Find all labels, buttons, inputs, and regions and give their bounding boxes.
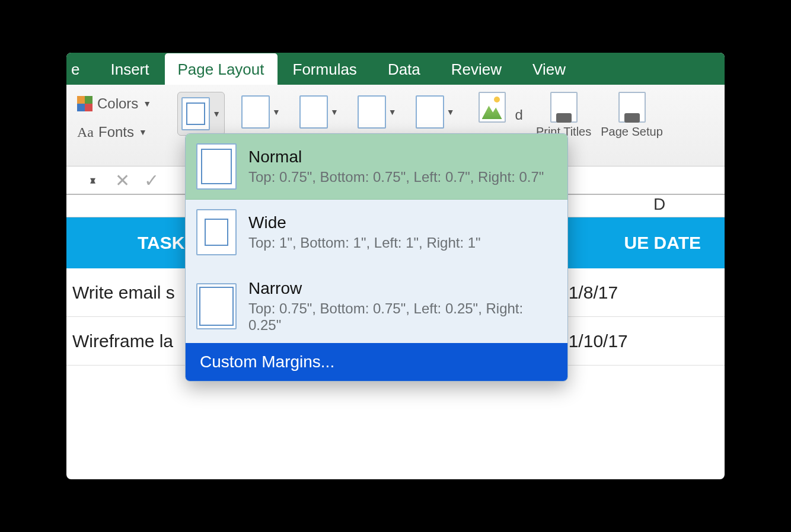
tab-page-layout[interactable]: Page Layout [165, 53, 278, 85]
breaks-button[interactable]: ▼ [413, 92, 457, 132]
page-setup-button[interactable]: Page Setup [601, 92, 663, 138]
size-icon [299, 95, 328, 129]
margin-normal-title: Normal [248, 148, 544, 166]
dropdown-caret-icon: ▼ [388, 107, 397, 117]
print-area-icon [358, 95, 386, 129]
orientation-icon [241, 95, 270, 129]
margin-wide-detail: Top: 1", Bottom: 1", Left: 1", Right: 1" [248, 235, 481, 251]
print-titles-button[interactable]: Print Titles [536, 92, 591, 138]
cancel-icon[interactable]: ✕ [115, 170, 130, 191]
col-d[interactable]: D [594, 195, 725, 217]
fonts-button[interactable]: Aa Fonts ▼ [77, 124, 151, 140]
partial-label: d [515, 107, 523, 123]
margin-wide-icon [196, 209, 237, 255]
tab-insert[interactable]: Insert [95, 55, 164, 85]
orientation-button[interactable]: ▼ [239, 92, 283, 132]
dropdown-caret-icon: ▼ [446, 107, 455, 117]
dropdown-caret-icon: ▼ [143, 99, 151, 108]
margin-narrow-detail: Top: 0.75", Bottom: 0.75", Left: 0.25", … [248, 300, 557, 334]
dropdown-caret-icon: ▼ [272, 107, 280, 117]
margins-icon [181, 97, 210, 130]
margin-option-normal[interactable]: Normal Top: 0.75", Bottom: 0.75", Left: … [186, 134, 567, 200]
margin-normal-icon [196, 143, 237, 190]
margin-normal-detail: Top: 0.75", Bottom: 0.75", Left: 0.7", R… [248, 169, 544, 185]
margin-wide-title: Wide [248, 213, 481, 232]
ribbon-tabs: e Insert Page Layout Formulas Data Revie… [66, 53, 725, 85]
print-titles-icon [550, 92, 578, 123]
size-button[interactable]: ▼ [297, 92, 341, 132]
background-button[interactable] [479, 92, 506, 138]
cell-date[interactable]: 11/8/17 [559, 283, 725, 303]
custom-margins-button[interactable]: Custom Margins... [186, 343, 567, 381]
page-setup-icon [618, 92, 646, 123]
tab-formulas[interactable]: Formulas [278, 55, 372, 85]
picture-icon [479, 92, 506, 123]
page-setup-label: Page Setup [601, 125, 663, 138]
colors-button[interactable]: Colors ▼ [77, 95, 151, 112]
cell-date[interactable]: 11/10/17 [559, 331, 725, 351]
breaks-icon [416, 95, 444, 129]
header-due: UE DATE [624, 233, 725, 253]
tab-home-partial[interactable]: e [66, 55, 95, 85]
colors-label: Colors [97, 95, 138, 112]
margins-button[interactable]: ▼ [177, 92, 225, 136]
confirm-icon[interactable]: ✓ [144, 170, 159, 191]
tab-view[interactable]: View [517, 55, 581, 85]
ribbon-labeled-group: d Print Titles Page Setup [479, 92, 663, 138]
margins-dropdown: Normal Top: 0.75", Bottom: 0.75", Left: … [185, 133, 568, 382]
page-setup-buttons: ▼ ▼ ▼ ▼ ▼ [177, 92, 457, 136]
dropdown-caret-icon: ▼ [330, 107, 339, 117]
dropdown-caret-icon: ▼ [139, 127, 147, 137]
margin-option-wide[interactable]: Wide Top: 1", Bottom: 1", Left: 1", Righ… [186, 200, 567, 270]
margin-narrow-icon [196, 283, 237, 329]
fonts-icon: Aa [77, 124, 94, 140]
tab-review[interactable]: Review [436, 55, 517, 85]
margin-narrow-title: Narrow [248, 279, 557, 298]
app-window: e Insert Page Layout Formulas Data Revie… [66, 53, 725, 479]
themes-group: Colors ▼ Aa Fonts ▼ [77, 95, 151, 140]
fonts-label: Fonts [98, 124, 134, 140]
colors-icon [77, 96, 93, 111]
dropdown-caret-icon: ▼ [212, 109, 221, 118]
ribbon-body: Colors ▼ Aa Fonts ▼ ▼ ▼ ▼ [66, 85, 725, 166]
margin-option-narrow[interactable]: Narrow Top: 0.75", Bottom: 0.75", Left: … [186, 270, 567, 343]
tab-data[interactable]: Data [372, 55, 436, 85]
print-area-button[interactable]: ▼ [355, 92, 399, 132]
